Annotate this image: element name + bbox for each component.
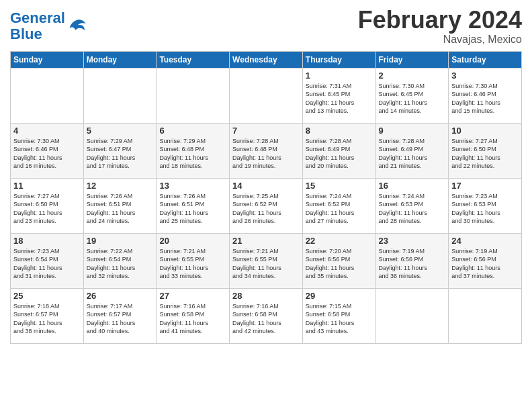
day-number: 2 (379, 71, 446, 81)
day-number: 6 (159, 126, 226, 136)
calendar-cell: 8Sunrise: 7:28 AM Sunset: 6:49 PM Daylig… (302, 123, 375, 178)
day-info: Sunrise: 7:27 AM Sunset: 6:50 PM Dayligh… (13, 192, 81, 226)
calendar-cell: 15Sunrise: 7:24 AM Sunset: 6:52 PM Dayli… (302, 178, 375, 233)
calendar-cell: 16Sunrise: 7:24 AM Sunset: 6:53 PM Dayli… (375, 178, 449, 233)
day-info: Sunrise: 7:24 AM Sunset: 6:53 PM Dayligh… (379, 192, 446, 226)
logo-blue: Blue (10, 26, 42, 42)
calendar-week-2: 11Sunrise: 7:27 AM Sunset: 6:50 PM Dayli… (11, 178, 522, 233)
logo: General Blue (10, 10, 87, 42)
calendar-cell: 2Sunrise: 7:30 AM Sunset: 6:45 PM Daylig… (375, 68, 449, 123)
calendar-week-4: 25Sunrise: 7:18 AM Sunset: 6:57 PM Dayli… (11, 288, 522, 343)
calendar-cell: 22Sunrise: 7:20 AM Sunset: 6:56 PM Dayli… (302, 233, 375, 288)
day-number: 29 (306, 291, 373, 301)
day-info: Sunrise: 7:26 AM Sunset: 6:51 PM Dayligh… (87, 192, 154, 226)
calendar-cell: 10Sunrise: 7:27 AM Sunset: 6:50 PM Dayli… (449, 123, 522, 178)
calendar-cell: 25Sunrise: 7:18 AM Sunset: 6:57 PM Dayli… (11, 288, 84, 343)
day-number: 25 (13, 291, 81, 301)
day-info: Sunrise: 7:23 AM Sunset: 6:54 PM Dayligh… (13, 247, 81, 281)
day-info: Sunrise: 7:20 AM Sunset: 6:56 PM Dayligh… (306, 247, 373, 281)
day-info: Sunrise: 7:16 AM Sunset: 6:58 PM Dayligh… (159, 302, 226, 336)
day-number: 21 (232, 236, 300, 246)
calendar-week-3: 18Sunrise: 7:23 AM Sunset: 6:54 PM Dayli… (11, 233, 522, 288)
day-number: 1 (306, 71, 373, 81)
calendar-cell: 14Sunrise: 7:25 AM Sunset: 6:52 PM Dayli… (230, 178, 303, 233)
col-saturday: Saturday (449, 51, 522, 68)
calendar-cell: 4Sunrise: 7:30 AM Sunset: 6:46 PM Daylig… (11, 123, 84, 178)
calendar-cell: 5Sunrise: 7:29 AM Sunset: 6:47 PM Daylig… (83, 123, 157, 178)
day-info: Sunrise: 7:19 AM Sunset: 6:56 PM Dayligh… (451, 247, 519, 281)
calendar-cell (230, 68, 303, 123)
day-number: 14 (232, 181, 300, 191)
day-number: 18 (13, 236, 81, 246)
calendar-cell (157, 68, 230, 123)
calendar-week-0: 1Sunrise: 7:31 AM Sunset: 6:45 PM Daylig… (11, 68, 522, 123)
day-number: 23 (379, 236, 446, 246)
day-info: Sunrise: 7:26 AM Sunset: 6:51 PM Dayligh… (159, 192, 226, 226)
day-number: 12 (87, 181, 154, 191)
col-thursday: Thursday (302, 51, 375, 68)
day-number: 8 (306, 126, 373, 136)
calendar-cell: 23Sunrise: 7:19 AM Sunset: 6:56 PM Dayli… (375, 233, 449, 288)
day-info: Sunrise: 7:23 AM Sunset: 6:53 PM Dayligh… (451, 192, 519, 226)
calendar-cell: 9Sunrise: 7:28 AM Sunset: 6:49 PM Daylig… (375, 123, 449, 178)
calendar-cell: 1Sunrise: 7:31 AM Sunset: 6:45 PM Daylig… (302, 68, 375, 123)
day-info: Sunrise: 7:24 AM Sunset: 6:52 PM Dayligh… (306, 192, 373, 226)
calendar-cell: 12Sunrise: 7:26 AM Sunset: 6:51 PM Dayli… (83, 178, 157, 233)
calendar-cell: 7Sunrise: 7:28 AM Sunset: 6:48 PM Daylig… (230, 123, 303, 178)
page: General Blue February 2024 Navajas, Mexi… (0, 0, 532, 411)
calendar-cell: 17Sunrise: 7:23 AM Sunset: 6:53 PM Dayli… (449, 178, 522, 233)
day-info: Sunrise: 7:30 AM Sunset: 6:46 PM Dayligh… (13, 137, 81, 171)
calendar-cell: 6Sunrise: 7:29 AM Sunset: 6:48 PM Daylig… (157, 123, 230, 178)
calendar-cell (449, 288, 522, 343)
day-info: Sunrise: 7:18 AM Sunset: 6:57 PM Dayligh… (13, 302, 81, 336)
title-block: February 2024 Navajas, Mexico (358, 7, 522, 46)
calendar-cell: 26Sunrise: 7:17 AM Sunset: 6:57 PM Dayli… (83, 288, 157, 343)
calendar-cell: 19Sunrise: 7:22 AM Sunset: 6:54 PM Dayli… (83, 233, 157, 288)
day-info: Sunrise: 7:25 AM Sunset: 6:52 PM Dayligh… (232, 192, 300, 226)
day-number: 10 (451, 126, 519, 136)
day-info: Sunrise: 7:28 AM Sunset: 6:49 PM Dayligh… (306, 137, 373, 171)
day-info: Sunrise: 7:29 AM Sunset: 6:48 PM Dayligh… (159, 137, 226, 171)
calendar-cell: 18Sunrise: 7:23 AM Sunset: 6:54 PM Dayli… (11, 233, 84, 288)
calendar-cell: 29Sunrise: 7:15 AM Sunset: 6:58 PM Dayli… (302, 288, 375, 343)
col-wednesday: Wednesday (230, 51, 303, 68)
calendar-cell: 24Sunrise: 7:19 AM Sunset: 6:56 PM Dayli… (449, 233, 522, 288)
day-number: 28 (232, 291, 300, 301)
day-number: 24 (451, 236, 519, 246)
calendar-cell: 11Sunrise: 7:27 AM Sunset: 6:50 PM Dayli… (11, 178, 84, 233)
day-number: 7 (232, 126, 300, 136)
day-number: 22 (306, 236, 373, 246)
calendar-cell (83, 68, 157, 123)
day-info: Sunrise: 7:31 AM Sunset: 6:45 PM Dayligh… (306, 82, 373, 116)
calendar-title: February 2024 (358, 7, 522, 34)
col-tuesday: Tuesday (157, 51, 230, 68)
day-number: 20 (159, 236, 226, 246)
calendar-cell: 20Sunrise: 7:21 AM Sunset: 6:55 PM Dayli… (157, 233, 230, 288)
calendar-subtitle: Navajas, Mexico (358, 34, 522, 46)
day-number: 3 (451, 71, 519, 81)
day-number: 26 (87, 291, 154, 301)
day-info: Sunrise: 7:17 AM Sunset: 6:57 PM Dayligh… (87, 302, 154, 336)
day-number: 13 (159, 181, 226, 191)
day-info: Sunrise: 7:21 AM Sunset: 6:55 PM Dayligh… (232, 247, 300, 281)
day-number: 11 (13, 181, 81, 191)
day-info: Sunrise: 7:30 AM Sunset: 6:46 PM Dayligh… (451, 82, 519, 116)
day-number: 16 (379, 181, 446, 191)
day-info: Sunrise: 7:30 AM Sunset: 6:45 PM Dayligh… (379, 82, 446, 116)
col-monday: Monday (83, 51, 157, 68)
logo-text: General Blue (10, 10, 65, 42)
day-info: Sunrise: 7:27 AM Sunset: 6:50 PM Dayligh… (451, 137, 519, 171)
calendar-week-1: 4Sunrise: 7:30 AM Sunset: 6:46 PM Daylig… (11, 123, 522, 178)
day-info: Sunrise: 7:29 AM Sunset: 6:47 PM Dayligh… (87, 137, 154, 171)
calendar-header-row: Sunday Monday Tuesday Wednesday Thursday… (11, 51, 522, 68)
day-number: 9 (379, 126, 446, 136)
calendar-table: Sunday Monday Tuesday Wednesday Thursday… (10, 51, 522, 344)
day-info: Sunrise: 7:21 AM Sunset: 6:55 PM Dayligh… (159, 247, 226, 281)
day-number: 27 (159, 291, 226, 301)
day-info: Sunrise: 7:15 AM Sunset: 6:58 PM Dayligh… (306, 302, 373, 336)
calendar-cell: 13Sunrise: 7:26 AM Sunset: 6:51 PM Dayli… (157, 178, 230, 233)
day-info: Sunrise: 7:16 AM Sunset: 6:58 PM Dayligh… (232, 302, 300, 336)
calendar-cell: 3Sunrise: 7:30 AM Sunset: 6:46 PM Daylig… (449, 68, 522, 123)
logo-bird-icon (66, 16, 87, 36)
day-info: Sunrise: 7:19 AM Sunset: 6:56 PM Dayligh… (379, 247, 446, 281)
